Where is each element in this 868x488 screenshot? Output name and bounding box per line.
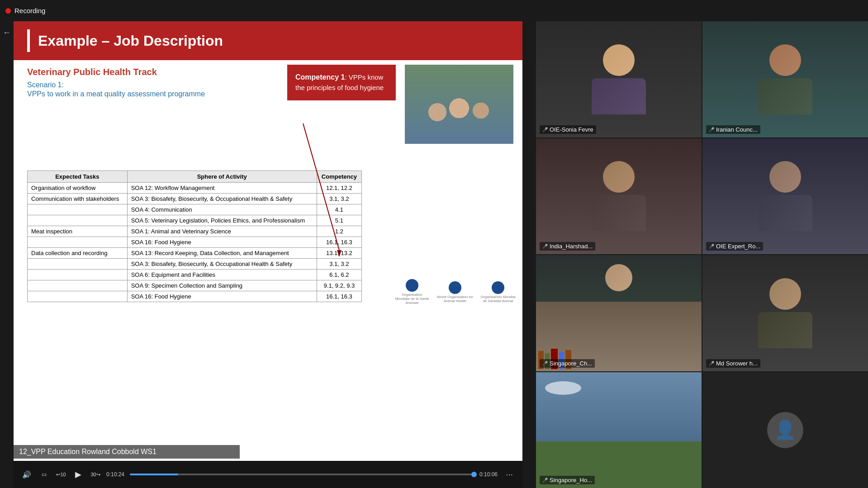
- participant-name-6: 🎤 Md Sorower h...: [706, 359, 760, 368]
- participant-tile-5: 🎤 Singapore_Ch...: [536, 255, 702, 371]
- table-cell-5-0: [28, 237, 128, 248]
- table-cell-1-2: 3.1, 3.2: [317, 194, 361, 204]
- back-button[interactable]: ←: [0, 21, 14, 44]
- participant-name-3: 🎤 India_Harshad...: [540, 242, 595, 251]
- table-cell-8-0: [28, 270, 128, 280]
- table-cell-4-2: 1.2: [317, 226, 361, 237]
- table-cell-3-2: 5.1: [317, 215, 361, 226]
- subtitles-button[interactable]: ▭: [38, 468, 50, 481]
- top-bar: Recording: [0, 0, 868, 21]
- table-cell-10-0: [28, 291, 128, 302]
- table-cell-6-0: Data collection and recording: [28, 248, 128, 259]
- recording-label: Recording: [14, 7, 45, 14]
- mic-icon-2: 🎤: [709, 127, 714, 132]
- table-cell-10-2: 16.1, 16.3: [317, 291, 361, 302]
- participant-tile-7: 🎤 Singapore_Ho...: [536, 372, 702, 488]
- table-cell-1-1: SOA 3: Biosafety, Biosecurity, & Occupat…: [127, 194, 317, 204]
- table-cell-7-2: 3.1, 3.2: [317, 259, 361, 270]
- slide-table: Expected Tasks Sphere of Activity Compet…: [27, 171, 362, 302]
- table-cell-1-0: Communication with stakeholders: [28, 194, 128, 204]
- logo-oie-en: World Organisation for Animal Health: [437, 281, 473, 303]
- table-cell-8-1: SOA 6: Equipment and Facilities: [127, 270, 317, 280]
- mic-icon-1: 🎤: [542, 127, 548, 132]
- table-cell-3-0: [28, 215, 128, 226]
- bottom-logos: Organisation Mondiale de la Santé Animal…: [392, 277, 518, 307]
- table-cell-2-0: [28, 204, 128, 215]
- participant-name-7: 🎤 Singapore_Ho...: [540, 476, 595, 484]
- participant-tile-2: 🎤 Iranian Counc...: [702, 21, 868, 137]
- col-header-sphere: Sphere of Activity: [127, 171, 317, 183]
- caption-text: 12_VPP Education Rowland Cobbold WS1: [19, 448, 157, 455]
- mic-icon-4: 🎤: [709, 244, 714, 249]
- participant-tile-4: 🎤 OIE Expert_Ro...: [702, 138, 868, 255]
- slide-header: Example – Job Description: [14, 21, 522, 60]
- table-cell-7-1: SOA 3: Biosafety, Biosecurity, & Occupat…: [127, 259, 317, 270]
- mic-icon-7: 🎤: [542, 478, 548, 483]
- mic-icon-5: 🎤: [542, 361, 548, 366]
- table-cell-8-2: 6.1, 6.2: [317, 270, 361, 280]
- back10-button[interactable]: ↩10: [55, 468, 67, 481]
- logo-oie-es: Organización Mundial de Sanidad Animal: [480, 281, 516, 303]
- more-options-button[interactable]: ⋯: [503, 468, 516, 481]
- table-cell-6-1: SOA 13: Record Keeping, Data Collection,…: [127, 248, 317, 259]
- volume-button[interactable]: 🔊: [20, 468, 33, 481]
- header-accent-bar: [27, 29, 30, 52]
- competency-label: Competency 1: [295, 73, 345, 81]
- participant-tile-8: 👤: [702, 372, 868, 488]
- slide-photo: [405, 65, 513, 144]
- table-cell-4-0: Meat inspection: [28, 226, 128, 237]
- participant-tile-3: 🎤 India_Harshad...: [536, 138, 702, 255]
- table-cell-10-1: SOA 16: Food Hygiene: [127, 291, 317, 302]
- table-cell-4-1: SOA 1: Animal and Veterinary Science: [127, 226, 317, 237]
- forward30-button[interactable]: 30↪: [89, 468, 102, 481]
- participant-name-2: 🎤 Iranian Counc...: [706, 125, 760, 134]
- logo-oie-fr: Organisation Mondiale de la Santé Animal…: [394, 279, 430, 305]
- participant-name-1: 🎤 OIE-Sonia Fevre: [540, 125, 596, 134]
- progress-fill: [130, 474, 178, 475]
- progress-bar[interactable]: [130, 474, 475, 475]
- progress-dot: [471, 472, 477, 477]
- table-cell-9-1: SOA 9: Specimen Collection and Sampling: [127, 280, 317, 291]
- slide-title: Example – Job Description: [38, 33, 223, 49]
- table-cell-3-1: SOA 5: Veterinary Legislation, Policies …: [127, 215, 317, 226]
- col-header-competency: Competency: [317, 171, 361, 183]
- video-controls: 🔊 ▭ ↩10 ▶ 30↪ 0:10:24 0:10:06 ⋯: [14, 461, 522, 488]
- table-cell-9-2: 9.1, 9.2, 9.3: [317, 280, 361, 291]
- table-cell-0-2: 12.1, 12.2: [317, 183, 361, 194]
- mic-icon-6: 🎤: [709, 361, 714, 366]
- recording-indicator: [5, 8, 11, 14]
- table-cell-2-2: 4.1: [317, 204, 361, 215]
- slide-container: Example – Job Description Veterinary Pub…: [14, 21, 522, 461]
- competency-box: Competency 1: VPPs know the principles o…: [287, 65, 396, 100]
- col-header-tasks: Expected Tasks: [28, 171, 128, 183]
- table-cell-6-2: 13.1, 13.2: [317, 248, 361, 259]
- time-total: 0:10:06: [479, 471, 498, 478]
- table-cell-5-1: SOA 16: Food Hygiene: [127, 237, 317, 248]
- table-cell-7-0: [28, 259, 128, 270]
- participant-name-5: 🎤 Singapore_Ch...: [540, 359, 595, 368]
- mic-icon-3: 🎤: [542, 244, 548, 249]
- table-cell-0-1: SOA 12: Workflow Management: [127, 183, 317, 194]
- slide-body: Veterinary Public Health Track Scenario …: [14, 60, 522, 307]
- participant-tile-6: 🎤 Md Sorower h...: [702, 255, 868, 371]
- caption-overlay: 12_VPP Education Rowland Cobbold WS1: [14, 445, 240, 459]
- right-panel: 🎤 OIE-Sonia Fevre 🎤 Iranian Counc... 🎤 I…: [536, 0, 868, 488]
- empty-avatar: 👤: [767, 412, 803, 448]
- play-button[interactable]: ▶: [72, 468, 85, 481]
- time-current: 0:10:24: [106, 471, 125, 478]
- participant-name-4: 🎤 OIE Expert_Ro...: [706, 242, 763, 251]
- table-cell-9-0: [28, 280, 128, 291]
- table-cell-2-1: SOA 4: Communication: [127, 204, 317, 215]
- table-cell-5-2: 16.1, 16.3: [317, 237, 361, 248]
- participant-tile-1: 🎤 OIE-Sonia Fevre: [536, 21, 702, 137]
- table-cell-0-0: Organisation of workflow: [28, 183, 128, 194]
